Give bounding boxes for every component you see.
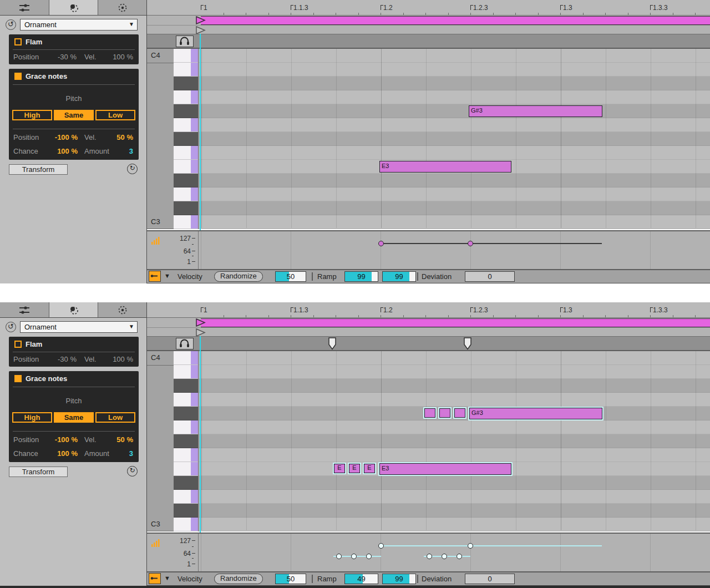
white-key[interactable] (174, 49, 198, 63)
transform-button[interactable]: Transform (9, 164, 68, 175)
deviation-field[interactable]: 0 (465, 574, 515, 584)
note-grid[interactable]: G#3E3 (198, 49, 710, 229)
flam-checkbox[interactable] (14, 38, 22, 45)
preview-headphone-button[interactable] (176, 338, 194, 349)
flam-vel-value[interactable]: 100 % (92, 53, 133, 61)
midi-note[interactable]: G#3 (469, 105, 602, 117)
chance-value[interactable]: 100 % (31, 147, 78, 155)
lane-header-button[interactable] (149, 573, 161, 584)
pitch-low-button[interactable]: Low (95, 110, 135, 120)
white-key[interactable] (174, 187, 198, 201)
deviation-field[interactable]: 0 (465, 271, 515, 282)
grace-note[interactable] (439, 408, 450, 418)
device-selector[interactable]: Ornament ▼ (20, 321, 138, 333)
white-key[interactable] (174, 160, 198, 174)
flam-position-value[interactable]: -30 % (31, 53, 77, 61)
midi-note[interactable]: E3 (379, 161, 511, 173)
tab-transform[interactable] (49, 302, 99, 317)
black-key[interactable] (174, 201, 198, 215)
white-key[interactable] (174, 90, 198, 104)
lane-caret-icon[interactable]: ▼ (164, 272, 170, 279)
timeline-ruler[interactable]: 11.1.31.21.2.31.31.3.3 (147, 302, 710, 318)
randomize-amount-field[interactable]: 50 (275, 271, 306, 282)
white-key[interactable] (174, 365, 198, 379)
velocity-marker[interactable] (336, 554, 342, 559)
clip-start-marker[interactable] (196, 26, 206, 34)
tab-generate[interactable] (98, 302, 147, 317)
black-key[interactable] (174, 434, 198, 448)
white-key[interactable] (174, 215, 198, 229)
pitch-high-button[interactable]: High (12, 412, 52, 423)
velocity-marker[interactable] (457, 554, 462, 559)
grace-notes-checkbox[interactable] (14, 73, 22, 80)
grace-vel-value[interactable]: 50 % (92, 133, 133, 141)
pitch-same-button[interactable]: Same (54, 110, 94, 120)
midi-note[interactable]: E3 (379, 463, 511, 475)
grace-note[interactable] (424, 408, 435, 418)
timeline-ruler[interactable]: 11.1.31.21.2.31.31.3.3 (147, 0, 710, 16)
white-key[interactable] (174, 490, 198, 504)
tab-transform[interactable] (49, 0, 99, 15)
randomize-button[interactable]: Randomize (214, 271, 263, 282)
white-key[interactable] (174, 518, 198, 531)
amount-value[interactable]: 3 (92, 147, 133, 155)
grace-notes-checkbox[interactable] (14, 375, 22, 382)
white-key[interactable] (174, 462, 198, 476)
velocity-marker[interactable] (427, 554, 432, 559)
loop-start-marker[interactable] (196, 318, 206, 327)
piano-keys[interactable] (174, 351, 198, 531)
black-key[interactable] (174, 77, 198, 90)
ramp-end-field[interactable]: 99 (382, 271, 416, 282)
flam-checkbox[interactable] (14, 341, 22, 348)
randomize-amount-field[interactable]: 50 (275, 574, 306, 584)
white-key[interactable] (174, 420, 198, 434)
grace-note[interactable]: E (364, 464, 375, 473)
pitch-same-button[interactable]: Same (54, 412, 94, 423)
velocity-marker[interactable] (378, 543, 384, 549)
grace-position-value[interactable]: -100 % (31, 435, 78, 444)
velocity-marker[interactable] (442, 554, 447, 559)
clip-start-marker[interactable] (196, 328, 206, 337)
grace-note[interactable]: E (349, 464, 360, 473)
velocity-marker[interactable] (468, 241, 473, 246)
black-key[interactable] (174, 379, 198, 393)
tab-note-utilities[interactable] (0, 0, 49, 15)
chance-value[interactable]: 100 % (31, 449, 78, 458)
amount-value[interactable]: 3 (92, 449, 133, 458)
ramp-start-field[interactable]: 49 (344, 574, 378, 584)
velocity-lane[interactable]: 127641 (147, 533, 710, 571)
piano-keys[interactable] (174, 49, 198, 229)
velocity-marker[interactable] (468, 543, 473, 549)
device-selector[interactable]: Ornament ▼ (20, 19, 138, 31)
grace-note[interactable]: E (334, 464, 345, 473)
white-key[interactable] (174, 393, 198, 407)
white-key[interactable] (174, 118, 198, 132)
lane-caret-icon[interactable]: ▼ (164, 575, 170, 581)
white-key[interactable] (174, 351, 198, 365)
black-key[interactable] (174, 104, 198, 118)
pitch-low-button[interactable]: Low (95, 412, 135, 423)
grace-anchor-marker[interactable] (464, 337, 471, 350)
velocity-marker[interactable] (351, 554, 357, 559)
lane-header-button[interactable] (149, 271, 161, 282)
grace-position-value[interactable]: -100 % (31, 133, 78, 141)
scrub-row[interactable] (147, 34, 710, 49)
loop-bar[interactable] (201, 318, 710, 327)
flam-position-value[interactable]: -30 % (31, 355, 77, 363)
black-key[interactable] (174, 132, 198, 146)
retrigger-button[interactable]: ↻ (127, 164, 138, 174)
device-reset-button[interactable]: ↺ (6, 19, 16, 30)
ramp-start-field[interactable]: 99 (344, 271, 378, 282)
black-key[interactable] (174, 476, 198, 490)
tab-generate[interactable] (98, 0, 147, 15)
white-key[interactable] (174, 146, 198, 160)
white-key[interactable] (174, 448, 198, 462)
preview-headphone-button[interactable] (176, 36, 194, 47)
black-key[interactable] (174, 407, 198, 420)
black-key[interactable] (174, 504, 198, 518)
loop-bar[interactable] (201, 16, 710, 25)
device-reset-button[interactable]: ↺ (6, 322, 16, 332)
ramp-end-field[interactable]: 99 (382, 574, 416, 584)
tab-note-utilities[interactable] (0, 302, 49, 317)
midi-note[interactable]: G#3 (469, 408, 602, 419)
